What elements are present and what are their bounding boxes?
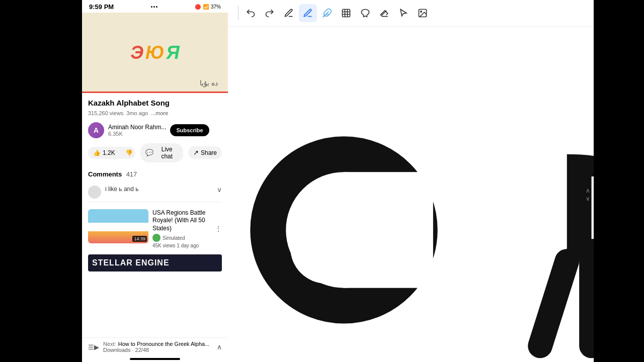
action-row: 👍 1.2K 👎 💬 Live chat ↗ Share	[82, 141, 228, 166]
thumbs-up-icon: 👍	[93, 149, 101, 156]
phone-panel: 9:59 PM 🔴 📶 37% Э Ю Я ده بۇيا Kazakh Alp…	[82, 0, 228, 362]
kazakh-text: ده بۇيا	[200, 79, 218, 87]
recommended-video: USA Regions BattleRoyale 14:39 USA Regio…	[82, 205, 228, 253]
dot2	[153, 6, 155, 8]
rec-views: 45K views	[152, 243, 176, 248]
select-button[interactable]	[394, 4, 413, 22]
avatar-letter: A	[94, 126, 99, 134]
transform-icon	[341, 8, 351, 18]
video-info: Kazakh Alphabet Song 315,260 views 3mo a…	[82, 93, 228, 119]
chat-icon: 💬	[145, 149, 153, 156]
like-button[interactable]: 👍 1.2K	[88, 147, 120, 159]
channel-info: Aminah Noor Rahm... 6.35K	[108, 124, 166, 137]
channel-subs: 6.35K	[108, 131, 166, 137]
status-icons: 🔴 📶 37%	[195, 4, 221, 10]
share-button[interactable]: ↗ Share	[188, 146, 222, 159]
left-border	[0, 0, 82, 362]
letter-ya-green: Я	[167, 42, 180, 63]
rec-more-icon[interactable]: ⋮	[215, 225, 222, 233]
letter-e: Э	[130, 42, 143, 63]
scroll-down-arrow[interactable]: ∨	[586, 195, 590, 202]
rec-title[interactable]: USA Regions Battle Royale! (With All 50 …	[152, 209, 211, 233]
subscribe-button[interactable]: Subscribe	[170, 124, 209, 136]
playlist-icon: ☰▶	[88, 343, 99, 351]
redo-button[interactable]	[261, 4, 279, 22]
svg-point-4	[421, 11, 422, 12]
commenter-avatar	[88, 186, 101, 199]
lasso-button[interactable]	[356, 4, 374, 22]
canvas-svg	[228, 27, 594, 362]
pencil-icon	[284, 8, 294, 18]
drawing-canvas[interactable]: ∧ ∨	[228, 27, 594, 362]
channel-name[interactable]: Aminah Noor Rahm...	[108, 124, 166, 131]
stellar-text: STELLAR ENGINE	[92, 258, 218, 267]
lasso-icon	[360, 8, 370, 18]
transform-button[interactable]	[337, 4, 355, 22]
bottom-bar-next-row: Next: How to Pronounce the Greek Alpha..…	[103, 341, 213, 347]
alphabet-letters: Э Ю Я	[130, 42, 180, 63]
video-views: 315,260 views	[88, 110, 123, 116]
eraser-button[interactable]	[375, 4, 393, 22]
chevron-up-icon[interactable]: ∧	[217, 343, 222, 351]
letter-yu: Ю	[145, 42, 165, 63]
thumbnail-content: Э Ю Я ده بۇيا	[82, 13, 228, 93]
bottom-bar[interactable]: ☰▶ Next: How to Pronounce the Greek Alph…	[82, 337, 228, 356]
red-underline	[82, 92, 228, 93]
status-bar: 9:59 PM 🔴 📶 37%	[82, 0, 228, 13]
share-icon: ↗	[193, 149, 199, 156]
dislike-button[interactable]: 👎	[120, 147, 136, 159]
feather-icon	[322, 8, 332, 18]
status-dots	[151, 6, 157, 8]
channel-avatar[interactable]: A	[88, 122, 104, 138]
video-thumbnail[interactable]: Э Ю Я ده بۇيا	[82, 13, 228, 93]
rec-meta: 45K views 1 day ago	[152, 243, 211, 248]
right-scrollbar: ∧ ∨	[582, 187, 594, 202]
comment-expand-icon[interactable]: ∨	[217, 186, 222, 194]
rec-channel-name: Simulated	[163, 235, 185, 241]
image-button[interactable]	[414, 4, 432, 22]
pencil-button[interactable]	[280, 4, 298, 22]
like-dislike-group: 👍 1.2K 👎	[88, 147, 135, 159]
feather-button[interactable]	[318, 4, 336, 22]
wifi-icon: 📶	[203, 4, 209, 10]
battery-icon: 🔴	[195, 4, 201, 10]
pen-icon	[303, 8, 313, 18]
stellar-banner: STELLAR ENGINE	[88, 254, 222, 272]
battery-pct: 37%	[211, 4, 221, 10]
rec-thumbnail[interactable]: USA Regions BattleRoyale 14:39	[88, 209, 148, 243]
rec-channel-avatar	[152, 234, 160, 242]
drawing-toolbar	[228, 0, 594, 27]
live-chat-button[interactable]: 💬 Live chat	[140, 143, 183, 162]
pen-button[interactable]	[299, 4, 317, 22]
toolbar-divider-left	[238, 6, 238, 20]
svg-rect-2	[343, 10, 350, 17]
bottom-bar-count: Downloads · 22/48	[103, 347, 213, 353]
comments-title-row: Comments 417	[88, 169, 137, 178]
thumbs-down-icon: 👎	[125, 149, 133, 156]
comment-text: i like ь and ь	[105, 186, 213, 193]
dot1	[151, 6, 152, 8]
like-count: 1.2K	[103, 149, 115, 156]
undo-button[interactable]	[242, 4, 260, 22]
rec-duration: 14:39	[132, 236, 147, 242]
undo-icon	[246, 8, 256, 18]
rec-info: USA Regions Battle Royale! (With All 50 …	[152, 209, 211, 249]
rec-channel-row: Simulated	[152, 234, 211, 242]
bottom-bar-title: How to Pronounce the Greek Alpha...	[118, 341, 210, 347]
redo-icon	[265, 8, 275, 18]
comment-item[interactable]: i like ь and ь ∨	[88, 183, 222, 202]
bottom-bar-info: Next: How to Pronounce the Greek Alpha..…	[103, 341, 213, 353]
rec-time: 1 day ago	[177, 243, 199, 248]
channel-row: A Aminah Noor Rahm... 6.35K Subscribe	[82, 119, 228, 141]
dot3	[156, 6, 157, 8]
status-time: 9:59 PM	[89, 3, 114, 11]
more-link[interactable]: ...more	[151, 110, 168, 116]
video-title: Kazakh Alphabet Song	[88, 98, 222, 108]
eraser-icon	[379, 8, 389, 18]
scroll-up-arrow[interactable]: ∧	[586, 187, 590, 194]
share-label: Share	[201, 149, 217, 156]
comments-title: Comments	[88, 170, 122, 178]
image-icon	[418, 8, 428, 18]
next-label: Next:	[103, 341, 116, 347]
video-meta: 315,260 views 3mo ago ...more	[88, 110, 222, 116]
